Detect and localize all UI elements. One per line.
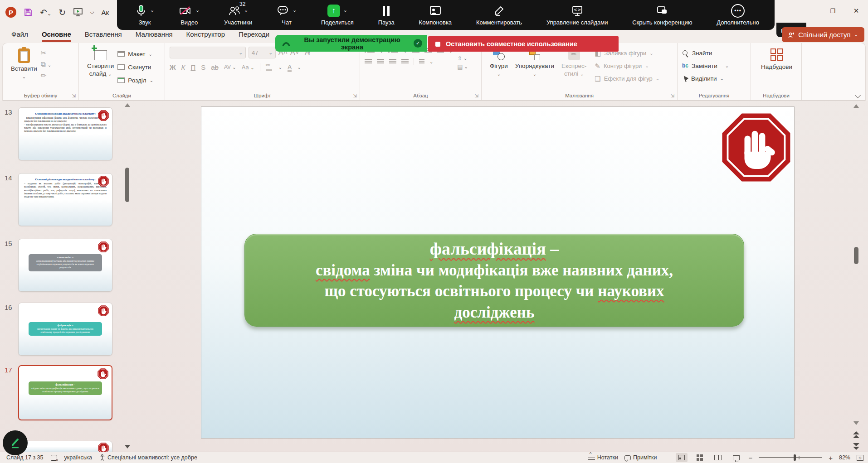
slide-thumbnail-13[interactable]: Основні різновиди академічного плагіату:…: [18, 107, 112, 160]
customize-qat-icon[interactable]: ⌵̄: [90, 10, 94, 15]
meeting-audio-button[interactable]: ⌄ Звук: [135, 4, 154, 26]
chevron-down-icon[interactable]: ⌄: [150, 7, 154, 13]
slide-indicator[interactable]: Слайд 17 з 35: [6, 454, 44, 461]
slide-sorter-view-button[interactable]: [694, 453, 706, 462]
copy-icon[interactable]: ⧉ ⌄: [41, 61, 51, 68]
chevron-down-icon[interactable]: ⌄: [195, 7, 200, 13]
collapse-ribbon-icon[interactable]: [855, 92, 861, 98]
strikethrough-button[interactable]: ab: [211, 64, 219, 71]
slide-thumbnail-16[interactable]: фабрикація – вигадування даних чи фактів…: [18, 303, 112, 356]
arrange-button[interactable]: Упорядкувати⌄: [512, 47, 558, 91]
redo-icon[interactable]: ↻: [59, 8, 66, 17]
font-color-icon[interactable]: A: [288, 63, 292, 71]
align-center-icon[interactable]: [377, 59, 384, 65]
meeting-video-button[interactable]: ⌄ Видео: [179, 4, 200, 26]
chevron-down-icon[interactable]: ⌄: [293, 7, 297, 13]
save-icon[interactable]: [24, 8, 33, 17]
minimize-button[interactable]: –: [797, 0, 821, 22]
font-name-combobox[interactable]: ⌄: [170, 47, 246, 58]
smartart-convert-icon[interactable]: ▤ ⌄: [457, 64, 471, 70]
chevron-down-icon[interactable]: ⌄: [343, 7, 347, 13]
align-left-icon[interactable]: [365, 59, 372, 65]
paste-button[interactable]: Вставити⌄: [7, 47, 41, 91]
scroll-up-arrow[interactable]: [853, 104, 859, 108]
chevron-down-icon[interactable]: ⌄: [244, 7, 248, 13]
zoom-out-button[interactable]: −: [748, 454, 752, 461]
shape-outline-button[interactable]: ✎Контур фігури⌄: [595, 60, 659, 71]
stop-sharing-button[interactable]: Остановить совместное использование: [428, 36, 619, 52]
meeting-chat-button[interactable]: ⌄ Чат: [277, 4, 297, 26]
scrollbar-thumb[interactable]: [854, 247, 858, 264]
slide-thumbnail-18[interactable]: [18, 441, 112, 452]
shared-access-button[interactable]: Спільний доступ ⌄: [782, 27, 864, 42]
find-button[interactable]: Знайти: [682, 48, 747, 58]
slide-thumbnail-14[interactable]: Основні різновиди академічного плагіату:…: [18, 173, 112, 226]
meeting-annotate-button[interactable]: Комментировать: [476, 4, 522, 26]
start-slideshow-icon[interactable]: [73, 8, 83, 17]
accessibility-status[interactable]: Спеціальні можливості: усе добре: [99, 454, 197, 461]
align-right-icon[interactable]: [389, 59, 396, 65]
change-case-button[interactable]: Aa ⌄: [242, 64, 254, 70]
meeting-hide-button[interactable]: Скрыть конференцию: [632, 4, 692, 26]
character-spacing-button[interactable]: AV ⌄: [224, 64, 236, 70]
slide-canvas[interactable]: фальсифікація – свідома зміна чи модифік…: [201, 106, 795, 439]
slide-thumbnail-15[interactable]: самоплагіат – оприлюднення (частково або…: [18, 239, 112, 292]
dialog-launcher-icon[interactable]: ⇲: [353, 93, 357, 98]
text-shadow-button[interactable]: S: [201, 64, 205, 71]
meeting-share-button[interactable]: ↑ ⌄ Поделиться: [321, 4, 354, 26]
new-slide-button[interactable]: Створитислайд ⌄: [83, 47, 117, 91]
normal-view-button[interactable]: [676, 453, 688, 462]
spellcheck-button[interactable]: [51, 455, 57, 461]
dialog-launcher-icon[interactable]: ⇲: [72, 93, 76, 98]
fit-to-window-icon[interactable]: ◇: [857, 455, 863, 461]
thumbnails-scrollbar[interactable]: [123, 102, 132, 450]
quick-styles-button[interactable]: ✏ Експрес-стилі ⌄: [558, 47, 590, 91]
cut-icon[interactable]: ✂: [41, 49, 51, 56]
meeting-pause-button[interactable]: Пауза: [378, 4, 395, 26]
maximize-button[interactable]: ❐: [821, 0, 844, 22]
format-painter-icon[interactable]: ✏: [41, 72, 51, 79]
scroll-down-arrow[interactable]: [853, 421, 859, 425]
highlight-color-icon[interactable]: [266, 64, 273, 70]
tab-insert[interactable]: Вставлення: [85, 25, 122, 43]
meeting-slide-control-button[interactable]: <> Управление слайдами: [546, 4, 608, 26]
layout-button[interactable]: Макет⌄: [117, 48, 153, 59]
language-indicator[interactable]: українська: [64, 454, 92, 461]
comments-button[interactable]: Примітки: [624, 454, 657, 461]
bold-button[interactable]: Ж: [170, 64, 176, 71]
align-text-icon[interactable]: ⇳ ⌄: [457, 55, 471, 61]
section-button[interactable]: Розділ⌄: [117, 75, 153, 86]
justify-icon[interactable]: [401, 59, 409, 65]
meeting-participants-button[interactable]: 32 ⌄ Участники: [224, 4, 252, 26]
shapes-button[interactable]: Фігури⌄: [486, 47, 512, 91]
shape-effects-button[interactable]: ❑Ефекти для фігур⌄: [595, 73, 659, 84]
reading-view-button[interactable]: [712, 453, 724, 462]
scroll-down-arrow[interactable]: [125, 445, 130, 449]
slide-thumbnail-17-selected[interactable]: фальсифікація – свідома зміна чи модифік…: [18, 365, 112, 420]
scroll-up-arrow[interactable]: [125, 103, 130, 107]
dialog-launcher-icon[interactable]: ⇲: [475, 93, 478, 98]
zoom-slider[interactable]: [759, 457, 822, 458]
tab-home[interactable]: Основне: [42, 25, 71, 43]
select-button[interactable]: Виділити⌄: [682, 73, 747, 84]
definition-box[interactable]: фальсифікація – свідома зміна чи модифік…: [244, 234, 744, 327]
columns-icon[interactable]: [419, 59, 424, 65]
undo-icon[interactable]: ↶⌄: [40, 8, 51, 17]
replace-button[interactable]: bcЗамінити⌄: [682, 60, 747, 71]
scrollbar-thumb[interactable]: [125, 168, 129, 202]
previous-slide-button[interactable]: [853, 431, 859, 438]
zoom-in-button[interactable]: +: [829, 454, 833, 461]
notes-button[interactable]: Нотатки: [588, 454, 618, 461]
font-size-combobox[interactable]: 47⌄: [249, 47, 276, 58]
slideshow-view-button[interactable]: [730, 453, 742, 462]
next-slide-button[interactable]: [853, 443, 859, 450]
zoom-slider-thumb[interactable]: [794, 454, 796, 461]
close-button[interactable]: ✕: [844, 0, 868, 22]
underline-button[interactable]: П: [190, 64, 195, 71]
annotation-pencil-button[interactable]: [3, 430, 28, 455]
tab-file[interactable]: Файл: [11, 25, 28, 43]
slide-scrollbar[interactable]: [852, 104, 861, 451]
addins-button[interactable]: Надбудови: [756, 47, 798, 73]
meeting-more-button[interactable]: ••• Дополнительно: [717, 4, 759, 26]
zoom-level[interactable]: 82%: [839, 454, 850, 461]
